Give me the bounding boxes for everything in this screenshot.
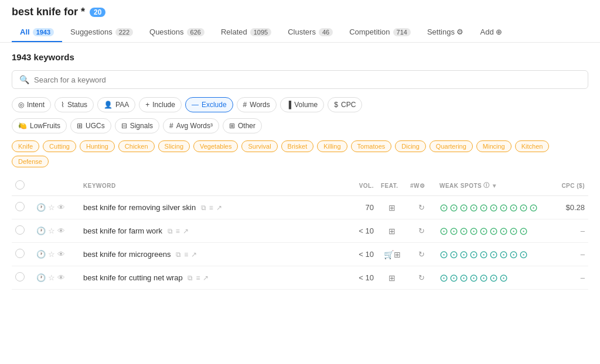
tab-label-clusters: Clusters xyxy=(288,28,316,36)
filter-btn-intent[interactable]: ◎Intent xyxy=(12,97,51,112)
tab-badge-related: 1095 xyxy=(250,28,271,36)
star-icon[interactable]: ☆ xyxy=(48,273,55,282)
filter-btn-paa[interactable]: 👤PAA xyxy=(97,97,135,112)
fruit-icons: ⊙⊙⊙⊙⊙⊙⊙⊙⊙ xyxy=(439,226,538,236)
star-icon[interactable]: ☆ xyxy=(48,203,55,212)
th-cpc: CPC ($) xyxy=(541,176,588,196)
reload-icon[interactable]: ↻ xyxy=(418,226,425,235)
tab-suggestions[interactable]: Suggestions222 xyxy=(62,23,141,42)
tab-badge-competition: 714 xyxy=(393,28,411,36)
tab-related[interactable]: Related1095 xyxy=(213,23,279,42)
eye-icon[interactable]: 👁 xyxy=(57,273,65,282)
filter-btn-lowfruits[interactable]: 🍋LowFruits xyxy=(12,118,67,133)
tag-pill[interactable]: Quartering xyxy=(429,140,473,152)
table-header-row: KEYWORD VOL. FEAT. #W⚙ WEAK SPOTS ⓘ ▼ CP… xyxy=(12,176,588,196)
list-icon[interactable]: ≡ xyxy=(176,227,180,235)
tag-pill[interactable]: Cutting xyxy=(43,140,76,152)
words-cell: ↻ xyxy=(407,219,436,243)
filter-btn-avgwords[interactable]: #Avg Words³ xyxy=(163,118,219,133)
row-checkbox-cell xyxy=(12,196,33,219)
star-icon[interactable]: ☆ xyxy=(48,250,55,259)
reload-icon[interactable]: ↻ xyxy=(418,273,425,282)
fruit-icon: ⊙ xyxy=(519,202,528,213)
sort-icon[interactable]: ▼ xyxy=(492,183,497,189)
tag-pill[interactable]: Hunting xyxy=(80,140,115,152)
list-icon[interactable]: ≡ xyxy=(196,274,200,282)
tab-settings[interactable]: Settings ⚙ xyxy=(419,23,472,42)
link-icon[interactable]: ↗ xyxy=(216,204,222,212)
header-checkbox[interactable] xyxy=(15,180,25,190)
words-cell: ↻ xyxy=(407,243,436,266)
filter-btn-include[interactable]: +Include xyxy=(139,97,182,112)
filter-label-cpc: CPC xyxy=(341,101,356,109)
list-icon[interactable]: ≡ xyxy=(209,204,213,212)
fruit-icon: ⊙ xyxy=(499,202,508,213)
link-icon[interactable]: ↗ xyxy=(183,227,189,235)
reload-icon[interactable]: ↻ xyxy=(418,203,425,212)
fruit-icon: ⊙ xyxy=(439,202,448,213)
vol-value: < 10 xyxy=(359,226,374,235)
eye-icon[interactable]: 👁 xyxy=(57,226,65,235)
filter-btn-status[interactable]: ⌇Status xyxy=(54,97,94,112)
tag-pill[interactable]: Defense xyxy=(12,156,49,167)
eye-icon[interactable]: 👁 xyxy=(57,250,65,259)
star-icon[interactable]: ☆ xyxy=(48,226,55,235)
copy-icon[interactable]: ⧉ xyxy=(188,274,193,282)
row-checkbox[interactable] xyxy=(15,272,25,281)
table-row: 🕐 ☆ 👁 best knife for cutting net wrap ⧉ … xyxy=(12,266,588,290)
tag-pill[interactable]: Knife xyxy=(12,140,39,152)
cpc-cell: – xyxy=(541,266,588,290)
tab-all[interactable]: All1943 xyxy=(12,23,62,42)
keyword-cell: best knife for removing silver skin ⧉ ≡ … xyxy=(80,196,336,219)
fruit-icon: ⊙ xyxy=(449,202,458,213)
tab-add[interactable]: Add ⊕ xyxy=(472,23,511,42)
filter-btn-words[interactable]: #Words xyxy=(237,97,277,112)
tab-clusters[interactable]: Clusters46 xyxy=(279,23,341,42)
fruit-icon: ⊙ xyxy=(509,202,518,213)
filter-icon-words: # xyxy=(243,101,247,109)
tag-pill[interactable]: Vegetables xyxy=(193,140,238,152)
filter-btn-volume[interactable]: ▐Volume xyxy=(280,97,325,112)
tab-questions[interactable]: Questions626 xyxy=(141,23,213,42)
filter-btn-ugcs[interactable]: ⊞UGCs xyxy=(70,118,111,133)
content-area: 1943 keywords 🔍 ◎Intent⌇Status👤PAA+Inclu… xyxy=(0,43,600,299)
link-icon[interactable]: ↗ xyxy=(191,250,197,259)
tag-pill[interactable]: Kitchen xyxy=(515,140,550,152)
search-input[interactable] xyxy=(34,75,581,84)
vol-cell: < 10 xyxy=(336,219,377,243)
tag-pill[interactable]: Survival xyxy=(241,140,277,152)
eye-icon[interactable]: 👁 xyxy=(57,203,65,212)
filter-label-intent: Intent xyxy=(27,101,45,109)
filter-btn-signals[interactable]: ⊟Signals xyxy=(115,118,159,133)
tag-pill[interactable]: Killing xyxy=(317,140,347,152)
tag-pill[interactable]: Tomatoes xyxy=(351,140,392,152)
tag-pill[interactable]: Brisket xyxy=(281,140,314,152)
row-checkbox[interactable] xyxy=(15,249,25,258)
title-row: best knife for * 20 xyxy=(12,6,588,18)
reload-icon[interactable]: ↻ xyxy=(418,250,425,259)
vol-value: < 10 xyxy=(359,250,374,259)
tag-pill[interactable]: Dicing xyxy=(395,140,426,152)
link-icon[interactable]: ↗ xyxy=(203,274,209,282)
fruit-icon: ⊙ xyxy=(449,226,458,236)
cpc-value: $0.28 xyxy=(565,203,585,212)
fruit-icon: ⊙ xyxy=(469,202,478,213)
tab-label-competition: Competition xyxy=(349,28,390,36)
tag-pill[interactable]: Chicken xyxy=(118,140,155,152)
filter-btn-cpc[interactable]: $CPC xyxy=(328,97,362,112)
filter-btn-other[interactable]: ⊞Other xyxy=(223,118,262,133)
copy-icon[interactable]: ⧉ xyxy=(176,250,181,259)
row-checkbox[interactable] xyxy=(15,202,25,211)
filter-label-volume: Volume xyxy=(294,101,318,109)
th-weakspots: WEAK SPOTS ⓘ ▼ xyxy=(436,176,541,196)
weakspots-cell: ⊙⊙⊙⊙⊙⊙⊙⊙⊙ xyxy=(436,219,541,243)
filter-btn-exclude[interactable]: —Exclude xyxy=(185,97,233,112)
tag-pill[interactable]: Mincing xyxy=(476,140,512,152)
tag-pill[interactable]: Slicing xyxy=(158,140,190,152)
tab-competition[interactable]: Competition714 xyxy=(341,23,419,42)
row-checkbox[interactable] xyxy=(15,225,25,235)
copy-icon[interactable]: ⧉ xyxy=(201,204,206,212)
keyword-actions: ⧉ ≡ ↗ xyxy=(188,274,209,282)
copy-icon[interactable]: ⧉ xyxy=(168,227,173,235)
list-icon[interactable]: ≡ xyxy=(184,250,188,259)
